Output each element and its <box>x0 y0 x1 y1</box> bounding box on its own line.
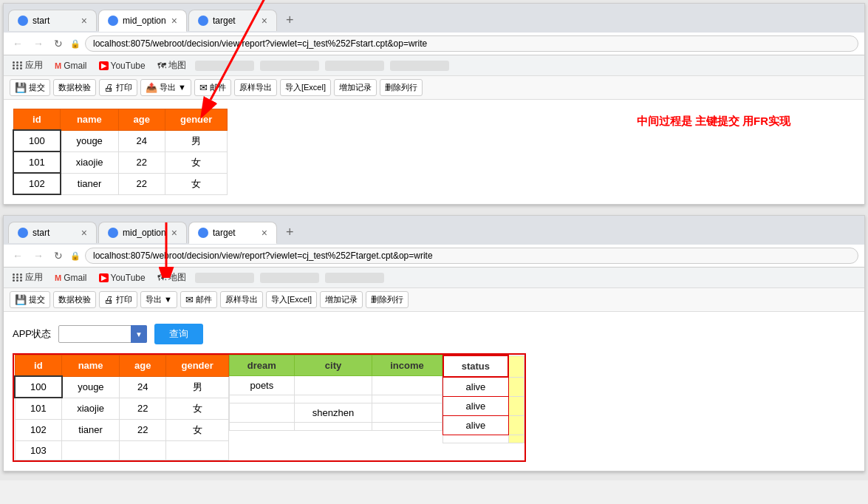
table-cell[interactable] <box>120 440 166 460</box>
bookmark-maps-b[interactable]: 🗺 地图 <box>154 270 189 285</box>
btn-print-bottom[interactable]: 🖨 打印 <box>99 291 137 308</box>
btn-delete-row-bottom[interactable]: 删除列行 <box>366 291 409 308</box>
btn-print-top[interactable]: 🖨 打印 <box>99 79 137 96</box>
table-cell[interactable]: 男 <box>165 130 227 151</box>
table-cell-status[interactable]: alive <box>443 377 508 397</box>
table-cell[interactable]: 101 <box>15 398 62 419</box>
refresh-btn-bottom[interactable]: ↻ <box>51 248 66 263</box>
close-tab-target-b[interactable]: × <box>262 227 267 239</box>
tab-label-mid-b: mid_option <box>123 228 166 238</box>
filter-select-wrapper: ▼ <box>58 325 147 343</box>
table-cell[interactable]: 24 <box>118 130 165 151</box>
table-cell[interactable]: 101 <box>13 151 61 173</box>
btn-add-record-top[interactable]: 增加记录 <box>334 79 377 96</box>
table-cell[interactable]: 102 <box>15 419 62 440</box>
btn-export-top[interactable]: 📤 导出 ▼ <box>140 79 191 96</box>
tab-mid-bottom[interactable]: mid_option × <box>98 222 187 243</box>
btn-import-excel-top[interactable]: 导入[Excel] <box>280 79 331 96</box>
table-cell[interactable] <box>294 376 372 395</box>
close-tab-mid-b[interactable]: × <box>171 227 177 239</box>
table-cell[interactable]: 22 <box>118 151 165 173</box>
new-tab-button-top[interactable]: + <box>278 8 301 33</box>
table-cell[interactable]: 22 <box>118 173 165 194</box>
table-cell[interactable] <box>62 440 120 460</box>
table-cell[interactable]: poets <box>229 376 294 395</box>
close-tab-mid[interactable]: × <box>171 15 177 27</box>
btn-mail-bottom[interactable]: ✉ 邮件 <box>180 291 217 308</box>
table-cell[interactable] <box>294 395 372 403</box>
tab-target-top[interactable]: target × <box>188 10 277 31</box>
tab-target-bottom[interactable]: target × <box>188 222 277 244</box>
bookmark-apps-b[interactable]: 应用 <box>10 270 46 285</box>
table-cell[interactable]: shenzhen <box>294 403 372 423</box>
youtube-icon-b: ▶ <box>99 273 109 282</box>
table-cell[interactable]: tianer <box>61 173 118 194</box>
bookmark-blur-4 <box>390 61 449 71</box>
tab-start-bottom[interactable]: start × <box>8 222 97 243</box>
table-cell[interactable]: xiaojie <box>62 398 120 419</box>
bookmark-gmail[interactable]: M Gmail <box>52 60 90 72</box>
bookmark-gmail-b[interactable]: M Gmail <box>52 272 90 284</box>
table-cell[interactable]: 女 <box>165 173 227 194</box>
back-btn-top[interactable]: ← <box>10 36 26 51</box>
new-tab-button-bottom[interactable]: + <box>278 220 301 245</box>
close-tab-start[interactable]: × <box>81 15 87 27</box>
table-cell-status[interactable]: alive <box>443 416 508 435</box>
back-btn-bottom[interactable]: ← <box>10 248 26 263</box>
table-cell[interactable]: xiaojie <box>61 151 118 173</box>
table-cell[interactable]: tianer <box>62 419 120 440</box>
forward-btn-bottom[interactable]: → <box>30 248 47 263</box>
tab-mid-option-top[interactable]: mid_option × <box>98 10 187 32</box>
url-input-top[interactable] <box>85 35 858 52</box>
bookmark-maps[interactable]: 🗺 地图 <box>154 58 189 72</box>
btn-add-record-bottom[interactable]: 增加记录 <box>320 291 363 308</box>
btn-original-export-bottom[interactable]: 原样导出 <box>220 291 263 308</box>
table-cell-status[interactable]: alive <box>443 397 508 416</box>
table-cell[interactable]: 103 <box>15 440 62 460</box>
table-cell[interactable] <box>294 423 372 431</box>
table-cell[interactable]: 女 <box>166 398 228 419</box>
refresh-btn-top[interactable]: ↻ <box>51 36 66 51</box>
table-cell[interactable]: 22 <box>120 419 166 440</box>
bookmark-apps[interactable]: 应用 <box>10 58 46 72</box>
forward-btn-top[interactable]: → <box>30 36 47 51</box>
btn-original-export-top[interactable]: 原样导出 <box>234 79 277 96</box>
btn-validate-top[interactable]: 数据校验 <box>53 79 96 96</box>
table-cell[interactable] <box>372 376 442 395</box>
table-cell[interactable]: 女 <box>166 419 228 440</box>
table-cell[interactable] <box>229 395 294 403</box>
table-cell[interactable] <box>166 440 228 460</box>
table-cell[interactable]: youge <box>61 130 118 151</box>
bookmark-blur-b2 <box>260 273 319 283</box>
btn-export-bottom[interactable]: 导出 ▼ <box>140 291 177 308</box>
table-cell[interactable] <box>372 423 442 431</box>
close-tab-target[interactable]: × <box>262 15 267 27</box>
table-cell[interactable]: youge <box>62 376 120 398</box>
table-cell[interactable] <box>229 423 294 431</box>
filter-select[interactable] <box>58 325 147 343</box>
table-cell[interactable]: 100 <box>15 376 62 398</box>
btn-submit-bottom[interactable]: 💾 提交 <box>10 291 50 308</box>
btn-submit-top[interactable]: 💾 提交 <box>10 79 50 96</box>
btn-mail-top[interactable]: ✉ 邮件 <box>194 79 231 96</box>
tab-start-top[interactable]: start × <box>8 10 97 31</box>
table-cell[interactable]: 男 <box>166 376 228 398</box>
btn-import-excel-bottom[interactable]: 导入[Excel] <box>266 291 317 308</box>
table-cell[interactable] <box>372 403 442 423</box>
bookmark-youtube-b[interactable]: ▶ YouTube <box>96 272 148 284</box>
close-tab-start-b[interactable]: × <box>81 227 87 239</box>
table-cell[interactable]: 100 <box>13 130 61 151</box>
table-cell[interactable] <box>372 395 442 403</box>
table-cell[interactable]: 102 <box>13 173 61 194</box>
btn-validate-bottom[interactable]: 数据校验 <box>53 291 96 308</box>
query-button[interactable]: 查询 <box>154 324 203 344</box>
table-cell[interactable] <box>229 403 294 423</box>
btn-delete-row-top[interactable]: 删除列行 <box>380 79 423 96</box>
table-cell-status[interactable] <box>443 435 508 443</box>
table-cell[interactable]: 22 <box>120 398 166 419</box>
table-cell[interactable]: 女 <box>165 151 227 173</box>
bookmark-youtube[interactable]: ▶ YouTube <box>96 60 148 72</box>
bottom-address-bar: ← → ↻ 🔒 <box>4 245 864 268</box>
url-input-bottom[interactable] <box>85 248 858 264</box>
table-cell[interactable]: 24 <box>120 376 166 398</box>
